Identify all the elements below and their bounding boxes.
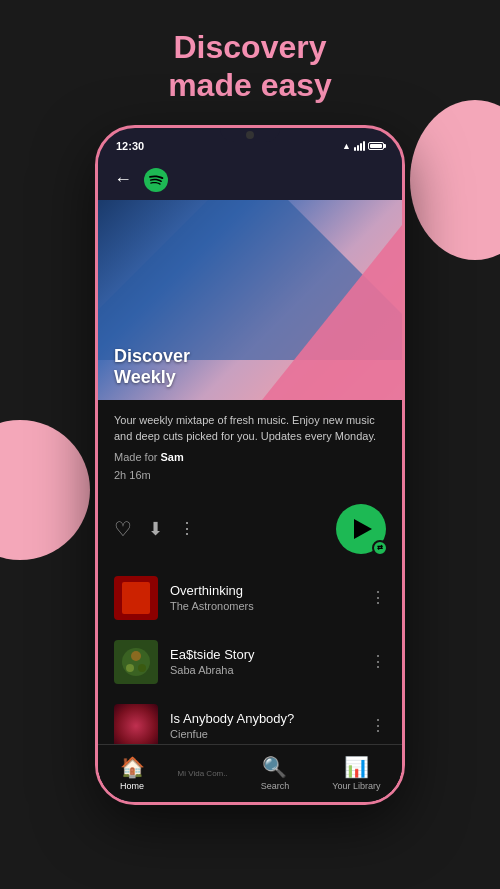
- thumb-art-2: [114, 640, 158, 684]
- more-options-button[interactable]: ⋮: [179, 519, 195, 538]
- nav-center-area: Mi Vida Com... acaciones: [178, 769, 228, 778]
- song-title-3: Is Anybody Anybody?: [170, 711, 358, 726]
- actions-row: ♡ ⬇ ⋮ ⇄: [98, 496, 402, 566]
- signal-bar-4: [363, 141, 365, 151]
- song-info-2: Ea$tside Story Saba Abraha: [170, 647, 358, 676]
- battery-icon: [368, 142, 384, 150]
- album-info: Your weekly mixtape of fresh music. Enjo…: [98, 400, 402, 496]
- made-for: Made for Sam: [114, 449, 386, 466]
- song-artist-2: Saba Abraha: [170, 664, 358, 676]
- svg-point-4: [138, 664, 146, 672]
- song-title-1: Overthinking: [170, 583, 358, 598]
- thumb-art-2-svg: [120, 646, 152, 678]
- song-item-2[interactable]: Ea$tside Story Saba Abraha ⋮: [98, 630, 402, 694]
- triangle-pink: [262, 200, 402, 400]
- song-item-1[interactable]: Overthinking The Astronomers ⋮: [98, 566, 402, 630]
- bottom-nav: 🏠 Home Mi Vida Com... acaciones 🔍 Search…: [98, 744, 402, 802]
- play-button[interactable]: ⇄: [336, 504, 386, 554]
- song-more-1[interactable]: ⋮: [370, 588, 386, 607]
- album-art: Discover Weekly: [98, 200, 402, 400]
- song-artist-3: Cienfue: [170, 728, 358, 740]
- wifi-icon: ▲: [342, 141, 351, 151]
- search-label: Search: [261, 781, 290, 791]
- song-title-2: Ea$tside Story: [170, 647, 358, 662]
- album-title: Discover Weekly: [114, 346, 190, 388]
- action-buttons-left: ♡ ⬇ ⋮: [114, 517, 195, 541]
- phone-mockup: 12:30 ▲ ←: [95, 125, 405, 805]
- svg-point-3: [126, 664, 134, 672]
- play-icon: [354, 519, 372, 539]
- bg-circle-left: [0, 420, 90, 560]
- back-button[interactable]: ←: [114, 169, 132, 190]
- song-artist-1: The Astronomers: [170, 600, 358, 612]
- phone-content: ← Discover Weekly Your weekly mixtape of…: [98, 156, 402, 802]
- album-duration: 2h 16m: [114, 467, 386, 484]
- thumb-art-1: [114, 576, 158, 620]
- status-icons: ▲: [342, 141, 384, 151]
- home-label: Home: [120, 781, 144, 791]
- nav-home[interactable]: 🏠 Home: [110, 751, 155, 795]
- heart-button[interactable]: ♡: [114, 517, 132, 541]
- song-info-1: Overthinking The Astronomers: [170, 583, 358, 612]
- nav-search[interactable]: 🔍 Search: [251, 751, 300, 795]
- song-thumb-3: [114, 704, 158, 748]
- phone-camera: [246, 131, 254, 139]
- thumb-art-3: [114, 704, 158, 748]
- thumb-art-1-inner: [122, 582, 150, 614]
- battery-tip: [384, 144, 386, 148]
- home-icon: 🏠: [120, 755, 145, 779]
- signal-bar-2: [357, 145, 359, 151]
- song-thumb-1: [114, 576, 158, 620]
- song-info-3: Is Anybody Anybody? Cienfue: [170, 711, 358, 740]
- bg-circle-right: [410, 100, 500, 260]
- search-icon: 🔍: [262, 755, 287, 779]
- signal-icon: [354, 141, 365, 151]
- library-label: Your Library: [332, 781, 380, 791]
- status-time: 12:30: [116, 140, 144, 152]
- song-thumb-2: [114, 640, 158, 684]
- song-more-3[interactable]: ⋮: [370, 716, 386, 735]
- phone-notch: [220, 128, 280, 142]
- download-button[interactable]: ⬇: [148, 518, 163, 540]
- signal-bar-3: [360, 143, 362, 151]
- nav-library[interactable]: 📊 Your Library: [322, 751, 390, 795]
- battery-fill: [370, 144, 382, 148]
- signal-bar-1: [354, 147, 356, 151]
- svg-point-2: [131, 651, 141, 661]
- spotify-logo: [144, 168, 168, 192]
- page-header-title: Discovery made easy: [108, 0, 392, 125]
- shuffle-badge: ⇄: [372, 540, 388, 556]
- top-nav-bar: ←: [98, 156, 402, 200]
- album-description: Your weekly mixtape of fresh music. Enjo…: [114, 414, 376, 443]
- nav-scroll-text: Mi Vida Com... acaciones: [178, 769, 228, 778]
- song-more-2[interactable]: ⋮: [370, 652, 386, 671]
- library-icon: 📊: [344, 755, 369, 779]
